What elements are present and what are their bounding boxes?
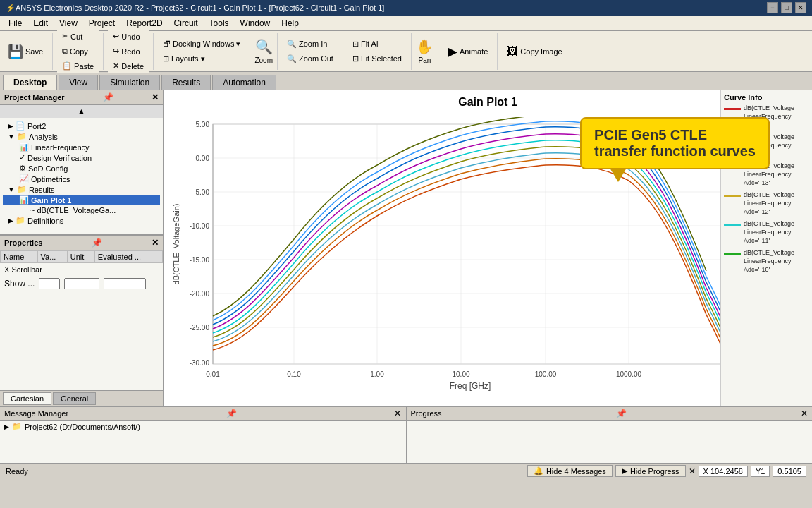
copy-image-button[interactable]: 🖼 Copy Image (502, 43, 567, 60)
svg-text:1000.00: 1000.00 (616, 370, 642, 378)
show-input-2[interactable] (64, 278, 99, 289)
tab-results[interactable]: Results (161, 75, 211, 90)
tab-automation[interactable]: Automation (212, 75, 276, 90)
titlebar: ⚡ ANSYS Electronics Desktop 2020 R2 - Pr… (0, 0, 812, 16)
zoom-out-button[interactable]: 🔍 Zoom Out (282, 52, 338, 66)
svg-text:dB(CTLE_VoltageGain): dB(CTLE_VoltageGain) (172, 204, 180, 285)
menu-item-tools[interactable]: Tools (204, 17, 235, 30)
tree-item-icon: ▼ (8, 186, 15, 193)
menu-item-window[interactable]: Window (235, 17, 276, 30)
tree-item-db-ctle_voltagega...[interactable]: ~ dB(CTLE_VoltageGa... (3, 205, 160, 215)
show-row: Show ... (0, 276, 163, 291)
curve-info-title: Curve Info (724, 93, 809, 102)
status-right: 🔔 Hide 4 Messages ▶ Hide Progress ✕ X 10… (527, 465, 806, 477)
main-area: Project Manager 📌 ✕ ▲ ▶📄 Port2▼📁 Analysi… (0, 90, 812, 406)
msg-close[interactable]: ✕ (394, 409, 401, 418)
minimize-button[interactable]: − (767, 2, 778, 13)
menubar: FileEditViewProjectReport2DCircuitToolsW… (0, 16, 812, 31)
hide-progress-button[interactable]: ▶ Hide Progress (615, 465, 686, 477)
close-button[interactable]: ✕ (795, 2, 806, 13)
hide-messages-button[interactable]: 🔔 Hide 4 Messages (527, 465, 613, 477)
hide-messages-label: Hide 4 Messages (546, 467, 606, 476)
tree-item-label: Port2 (27, 122, 46, 131)
layouts-button[interactable]: ⊞ Layouts ▾ (158, 52, 245, 66)
save-button[interactable]: 💾 Save (3, 42, 48, 61)
menu-item-view[interactable]: View (54, 17, 83, 30)
tab-view[interactable]: View (59, 75, 98, 90)
props-pin[interactable]: 📌 (92, 238, 102, 248)
msg-pin[interactable]: 📌 (226, 409, 237, 418)
panel-pin[interactable]: 📌 (103, 92, 113, 102)
tree-item-analysis[interactable]: ▼📁 Analysis (3, 131, 160, 142)
tree-item-gain-plot-1[interactable]: 📊 Gain Plot 1 (3, 195, 160, 205)
tab-simulation[interactable]: Simulation (99, 75, 160, 90)
copy-button[interactable]: ⧉ Copy (57, 44, 99, 58)
undo-button[interactable]: ↩ Undo (108, 30, 149, 43)
svg-text:-5.00: -5.00 (193, 188, 209, 196)
expand-icon[interactable]: ▶ (4, 423, 9, 430)
tree-item-results[interactable]: ▼📁 Results (3, 184, 160, 195)
window-controls: − □ ✕ (767, 2, 806, 13)
show-input-1[interactable] (39, 278, 60, 289)
tree-item-file-icon: 📊 (19, 195, 29, 205)
panel-close[interactable]: ✕ (152, 92, 159, 102)
y-coordinate: Y1 (751, 466, 770, 477)
curve-color-line-5 (724, 253, 741, 255)
delete-button[interactable]: ✕ Delete (108, 59, 149, 73)
curve-entry-3: dB(CTLE_Voltage LinearFrequency Adc='-12… (724, 191, 809, 216)
tree-scroll-up[interactable]: ▲ (0, 105, 163, 118)
message-manager-title: Message Manager (4, 409, 68, 418)
properties-header: Properties 📌 ✕ (0, 236, 163, 250)
tab-desktop[interactable]: Desktop (3, 75, 57, 90)
redo-button[interactable]: ↪ Redo (108, 44, 149, 58)
tree-item-optimetrics[interactable]: 📈 Optimetrics (3, 174, 160, 184)
tree-item-label: Analysis (29, 133, 58, 141)
props-close[interactable]: ✕ (152, 238, 159, 248)
prog-pin[interactable]: 📌 (616, 409, 627, 418)
left-panel: Project Manager 📌 ✕ ▲ ▶📄 Port2▼📁 Analysi… (0, 90, 164, 406)
status-close[interactable]: ✕ (689, 466, 696, 476)
tree-item-linearfrequency[interactable]: 📊 LinearFrequency (3, 142, 160, 152)
cut-button[interactable]: ✂ Cut (57, 30, 99, 43)
tree-item-label: Design Verification (27, 154, 92, 162)
zoom-in-button[interactable]: 🔍 Zoom In (282, 37, 338, 51)
tree-item-label: Optimetrics (31, 175, 70, 183)
bottom-tab-general[interactable]: General (53, 392, 96, 405)
tree-item-design-verification[interactable]: ✓ Design Verification (3, 152, 160, 163)
app-icon: ⚡ (6, 4, 16, 13)
prog-close[interactable]: ✕ (801, 409, 808, 418)
tree-item-sod-config[interactable]: ⚙ SoD Config (3, 163, 160, 174)
tree-item-file-icon: 📄 (16, 121, 25, 131)
tree-item-definitions[interactable]: ▶📁 Definitions (3, 215, 160, 226)
maximize-button[interactable]: □ (781, 2, 792, 13)
menu-item-report2d[interactable]: Report2D (121, 17, 168, 30)
menu-item-file[interactable]: File (3, 17, 27, 30)
svg-text:1.00: 1.00 (370, 370, 384, 378)
tree-item-label: dB(CTLE_VoltageGa... (37, 206, 116, 214)
message-manager: Message Manager 📌 ✕ ▶ 📁 Project62 (D:/Do… (0, 407, 407, 463)
tree-item-file-icon: 📊 (19, 143, 29, 152)
fit-all-button[interactable]: ⊡ Fit All (347, 37, 407, 51)
fit-selected-button[interactable]: ⊡ Fit Selected (347, 52, 407, 66)
x-label: X (703, 467, 708, 476)
col-evaluated: Evaluated ... (94, 251, 162, 263)
curve-color-line-4 (724, 224, 741, 226)
menu-item-project[interactable]: Project (83, 17, 121, 30)
docking-windows-button[interactable]: 🗗 Docking Windows ▾ (158, 37, 245, 51)
properties-panel: Properties 📌 ✕ Name Va... Unit Evaluated… (0, 235, 163, 390)
progress-panel: Progress 📌 ✕ (407, 407, 813, 463)
tree-item-icon: ▼ (8, 133, 15, 140)
paste-button[interactable]: 📋 Paste (57, 59, 99, 73)
tree-item-port2[interactable]: ▶📄 Port2 (3, 121, 160, 131)
bottom-tab-cartesian[interactable]: Cartesian (3, 392, 51, 405)
menu-item-help[interactable]: Help (276, 17, 304, 30)
hide-progress-icon: ▶ (622, 466, 627, 476)
fit-group: ⊡ Fit All ⊡ Fit Selected (347, 33, 412, 70)
menu-item-edit[interactable]: Edit (27, 17, 54, 30)
y-label: Y1 (756, 467, 765, 476)
statusbar: Ready 🔔 Hide 4 Messages ▶ Hide Progress … (0, 463, 812, 478)
animate-button[interactable]: ▶ Animate (443, 42, 493, 61)
svg-text:5.00: 5.00 (196, 121, 210, 128)
menu-item-circuit[interactable]: Circuit (168, 17, 204, 30)
show-input-3[interactable] (104, 278, 146, 289)
